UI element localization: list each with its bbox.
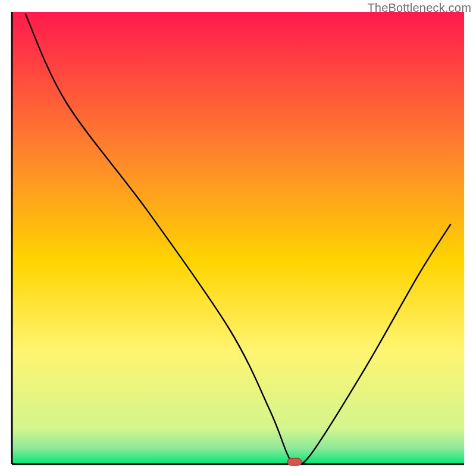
watermark-text: TheBottleneck.com: [367, 1, 471, 15]
chart-svg: [0, 0, 476, 476]
plot-background: [12, 12, 464, 464]
optimal-point-marker: [287, 458, 302, 465]
bottleneck-chart: TheBottleneck.com: [0, 0, 476, 476]
